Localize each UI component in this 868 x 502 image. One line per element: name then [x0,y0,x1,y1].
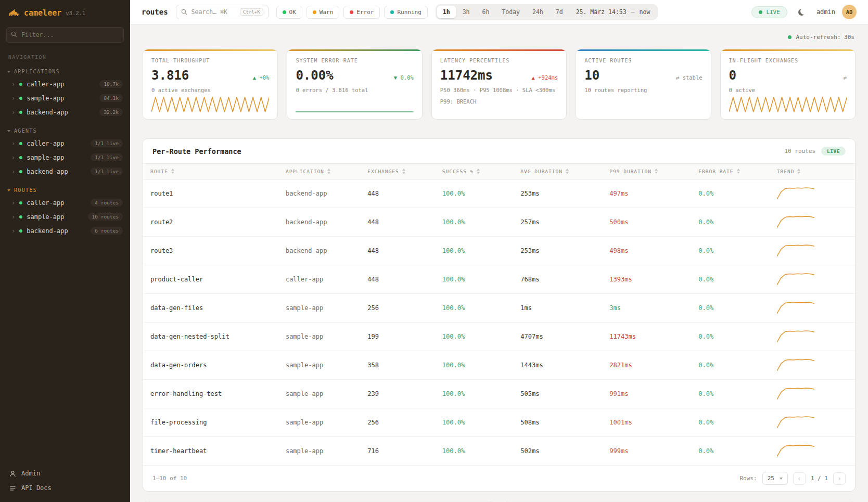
sidebar-item-caller-app[interactable]: › caller-app 10.7k [0,77,130,91]
column-header-exchanges[interactable]: EXCHANGES [360,164,435,179]
route-cell[interactable]: route1 [143,179,278,208]
route-cell[interactable]: route3 [143,237,278,265]
sidebar-footer: Admin API Docs [0,462,130,502]
rows-per-page-label: Rows: [740,475,757,482]
success-cell: 100.0% [435,408,513,437]
time-range-24h[interactable]: 24h [527,6,549,18]
route-cell[interactable]: error-handling-test [143,380,278,408]
column-header-application[interactable]: APPLICATION [278,164,360,179]
success-cell: 100.0% [435,208,513,237]
kpi-total-throughput[interactable]: TOTAL THROUGHPUT 3.816 ▲ +0% 0 active ex… [143,49,278,120]
sidebar-item-backend-app[interactable]: › backend-app 32.2k [0,105,130,119]
avg-duration-cell: 508ms [513,408,602,437]
column-header-avg-duration[interactable]: AVG DURATION [513,164,602,179]
section-header-applications[interactable]: APPLICATIONS [0,66,130,77]
route-cell[interactable]: data-gen-files [143,294,278,323]
route-cell[interactable]: data-gen-nested-split [143,323,278,351]
application-cell: sample-app [278,351,360,380]
logo[interactable]: cameleer v3.2.1 [0,0,130,26]
status-filter-running[interactable]: Running [384,6,427,19]
table-row[interactable]: product-caller caller-app 448 100.0% 768… [143,265,855,294]
sidebar-item-caller-app-agent[interactable]: › caller-app 1/1 live [0,136,130,150]
main-content[interactable]: Auto-refresh: 30s TOTAL THROUGHPUT 3.816… [130,24,868,502]
sidebar-item-backend-app-routes[interactable]: › backend-app 6 routes [0,224,130,238]
trend-cell [770,323,855,351]
table-row[interactable]: file-processing sample-app 256 100.0% 50… [143,408,855,437]
sidebar-link-api-docs[interactable]: API Docs [9,484,121,492]
auto-refresh-dot [788,35,792,39]
route-cell[interactable]: file-processing [143,408,278,437]
kpi-system-error-rate[interactable]: SYSTEM ERROR RATE 0.00% ▼ 0.0% 0 errors … [287,49,422,120]
status-filter-label: Error [356,9,374,16]
column-header-success[interactable]: SUCCESS % [435,164,513,179]
date-range-separator: — [631,8,635,16]
application-cell: sample-app [278,437,360,466]
sidebar-link-admin[interactable]: Admin [9,470,121,477]
rows-per-page-select[interactable]: 25 [762,472,788,485]
sidebar-item-sample-app[interactable]: › sample-app 84.1k [0,91,130,105]
time-range-6h[interactable]: 6h [477,6,495,18]
status-filter-warn[interactable]: Warn [307,6,340,19]
route-cell[interactable]: data-gen-orders [143,351,278,380]
column-header-error-rate[interactable]: ERROR RATE [691,164,769,179]
live-toggle[interactable]: LIVE [751,6,787,18]
sidebar-link-label: Admin [21,470,40,477]
table-row[interactable]: route2 backend-app 448 100.0% 257ms 500m… [143,208,855,237]
kpi-value: 11742ms [440,68,493,83]
nav-section-label: NAVIGATION [0,53,130,66]
application-cell: sample-app [278,380,360,408]
section-header-routes[interactable]: ROUTES [0,185,130,196]
table-row[interactable]: timer-heartbeat sample-app 716 100.0% 50… [143,437,855,466]
kpi-label: ACTIVE ROUTES [584,58,702,63]
admin-icon [9,470,16,477]
prev-page-button[interactable]: ‹ [793,472,806,485]
sidebar-item-backend-app-agent[interactable]: › backend-app 1/1 live [0,164,130,178]
sidebar-item-label: sample-app [27,154,64,161]
table-header-row: ROUTE APPLICATION EXCHANGES SUCCESS % AV… [143,164,855,179]
column-header-trend[interactable]: TREND [770,164,855,179]
column-header-route[interactable]: ROUTE [143,164,278,179]
trend-cell [770,179,855,208]
time-range-today[interactable]: Today [496,6,526,18]
date-range-display[interactable]: 25. März 14:53 — now [570,8,657,16]
kpi-active-routes[interactable]: ACTIVE ROUTES 10 ⇄ stable 10 routes repo… [576,49,711,120]
kpi-subtext-breach: P99: BREACH [440,98,558,106]
route-cell[interactable]: timer-heartbeat [143,437,278,466]
app-version: v3.2.1 [66,10,85,16]
avg-duration-cell: 257ms [513,208,602,237]
table-row[interactable]: data-gen-nested-split sample-app 199 100… [143,323,855,351]
kpi-latency-percentiles[interactable]: LATENCY PERCENTILES 11742ms ▲ +924ms P50… [431,49,567,120]
table-row[interactable]: error-handling-test sample-app 239 100.0… [143,380,855,408]
table-row[interactable]: data-gen-orders sample-app 358 100.0% 14… [143,351,855,380]
column-header-p99-duration[interactable]: P99 DURATION [602,164,691,179]
kpi-in-flight-exchanges[interactable]: IN-FLIGHT EXCHANGES 0 ⇄ 0 active [720,49,856,120]
table-row[interactable]: route1 backend-app 448 100.0% 253ms 497m… [143,179,855,208]
route-cell[interactable]: route2 [143,208,278,237]
sidebar-filter-input[interactable] [6,27,124,43]
table-row[interactable]: route3 backend-app 448 100.0% 253ms 498m… [143,237,855,265]
time-range-1h[interactable]: 1h [437,6,456,18]
sidebar-item-sample-app-agent[interactable]: › sample-app 1/1 live [0,150,130,164]
kpi-label: TOTAL THROUGHPUT [151,58,269,63]
dark-mode-toggle[interactable] [794,4,810,20]
chevron-right-icon: › [11,228,15,234]
status-filter-error[interactable]: Error [343,6,380,19]
time-range-3h[interactable]: 3h [457,6,476,18]
sort-icon [171,169,175,174]
rows-per-page-value: 25 [768,475,774,482]
app-root: cameleer v3.2.1 NAVIGATION APPLICATIONS … [0,0,868,502]
section-header-agents[interactable]: AGENTS [0,125,130,136]
route-cell[interactable]: product-caller [143,265,278,294]
success-cell: 100.0% [435,179,513,208]
time-range-7d[interactable]: 7d [550,6,569,18]
chevron-right-icon: › [11,214,15,220]
sidebar-item-sample-app-routes[interactable]: › sample-app 16 routes [0,210,130,224]
status-filter-ok[interactable]: OK [276,6,302,19]
avatar[interactable]: AD [842,5,857,19]
search-icon [181,9,187,15]
sidebar-item-caller-app-routes[interactable]: › caller-app 4 routes [0,196,130,210]
search-box[interactable]: Search… ⌘K Ctrl+K [176,5,269,19]
search-placeholder: Search… ⌘K [192,8,227,16]
table-row[interactable]: data-gen-files sample-app 256 100.0% 1ms… [143,294,855,323]
next-page-button[interactable]: › [833,472,846,485]
